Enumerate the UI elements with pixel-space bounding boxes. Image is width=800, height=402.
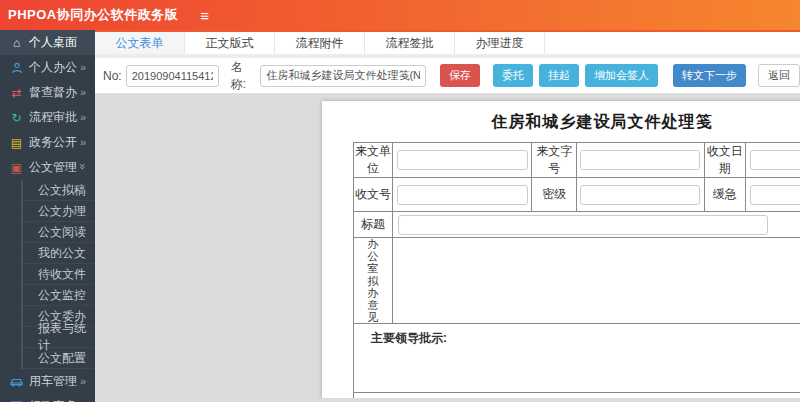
delegate-button[interactable]: 委托 [493,64,533,87]
sidebar-subitem-doc-handle[interactable]: 公文办理 [23,201,95,222]
receive-date-cell [746,143,800,178]
sidebar-item-workflow-approval[interactable]: ↻ 流程审批 » [0,105,95,130]
secrecy-input[interactable] [580,185,700,205]
hamburger-icon[interactable]: ≡ [200,8,209,23]
sidebar-item-supervision[interactable]: ⇄ 督查督办 » [0,80,95,105]
chevron-right-icon: » [80,61,86,73]
incoming-no-cell [577,143,704,178]
content-area: 住房和城乡建设局文件处理笺 来文单位 来文字号 收文日期 收文号 密级 [95,94,800,398]
chevron-right-icon: » [80,111,86,123]
secrecy-label: 密级 [532,178,577,212]
back-button[interactable]: 返回 [758,64,800,87]
table-row: 标题 [354,212,800,238]
sidebar-subitem-doc-draft[interactable]: 公文拟稿 [23,180,95,201]
office-opinion-cell[interactable] [393,238,800,324]
sidebar-subitem-doc-read[interactable]: 公文阅读 [23,222,95,243]
sidebar-item-label: 个人桌面 [29,34,77,51]
main-leader-note-label: 主要领导批示: [371,331,447,345]
sidebar-item-label: 个人办公 [29,59,77,76]
user-icon [10,61,23,75]
sidebar-item-gov-disclosure[interactable]: ▤ 政务公开 » [0,130,95,155]
incoming-unit-cell [393,143,532,178]
receive-date-label: 收文日期 [704,143,745,178]
urgency-input[interactable] [750,185,800,205]
sidebar-subitem-pending-files[interactable]: 待收文件 [23,264,95,285]
app-window: PHPOA协同办公软件政务版 ≡ ⌂ 个人桌面 个人办公 » ⇄ 督查督办 » … [0,0,800,402]
receive-no-cell [393,178,532,212]
name-input[interactable] [260,65,426,87]
car-icon [10,375,23,389]
sidebar-item-label: 流程审批 [29,109,77,126]
name-label: 名称: [231,59,257,93]
incoming-unit-input[interactable] [397,150,528,170]
receive-no-input[interactable] [397,185,528,205]
home-icon: ⌂ [10,36,23,50]
sidebar: ⌂ 个人桌面 个人办公 » ⇄ 督查督办 » ↻ 流程审批 » ▤ 政务公开 »… [0,30,95,402]
table-row: 办公室拟办意见 [354,238,800,324]
receive-date-input[interactable] [750,150,800,170]
main-leader-note-cell[interactable]: 主要领导批示: [354,324,800,393]
calendar-icon: ▤ [10,136,23,150]
incoming-unit-label: 来文单位 [354,143,393,178]
chevron-right-icon: » [80,86,86,98]
suspend-button[interactable]: 挂起 [539,64,579,87]
tab-flow-attachments[interactable]: 流程附件 [275,32,365,54]
office-opinion-label: 办公室拟办意见 [354,238,393,324]
folder-icon: ▣ [10,161,23,175]
forward-next-button[interactable]: 转文下一步 [673,64,746,87]
sidebar-item-vehicle-manage[interactable]: 用车管理 » [0,369,95,394]
doc-title-cell [393,212,800,238]
tab-progress[interactable]: 办理进度 [455,32,545,54]
incoming-no-input[interactable] [580,150,700,170]
table-row: 主要领导批示: [354,324,800,393]
receive-no-label: 收文号 [354,178,393,212]
branch-leader-note-cell[interactable]: 分管领导批示: [354,393,800,398]
secrecy-cell [577,178,704,212]
urgency-cell [746,178,800,212]
sidebar-item-label: 政务公开 [29,134,77,151]
tab-bar: 公文表单 正文版式 流程附件 流程签批 办理进度 [95,30,800,58]
sidebar-subitem-doc-monitor[interactable]: 公文监控 [23,285,95,306]
table-row: 收文号 密级 缓急 [354,178,800,212]
no-input[interactable] [126,65,219,87]
sidebar-item-label: 公文管理 [29,159,77,176]
sidebar-item-label: 用车管理 [29,373,77,390]
sidebar-item-label: 行政事务 [29,398,77,402]
chevron-down-icon: » [77,163,89,169]
document-manage-submenu: 公文拟稿 公文办理 公文阅读 我的公文 待收文件 公文监控 公文委办 报表与统计… [21,180,95,369]
table-row: 来文单位 来文字号 收文日期 [354,143,800,178]
urgency-label: 缓急 [704,178,745,212]
sidebar-item-label: 督查督办 [29,84,77,101]
doc-title-input[interactable] [398,215,768,235]
tab-flow-signoff[interactable]: 流程签批 [365,32,455,54]
sidebar-item-admin-affairs[interactable]: 行政事务 » [0,394,95,402]
sidebar-subitem-doc-config[interactable]: 公文配置 [23,348,95,369]
sidebar-item-personal-office[interactable]: 个人办公 » [0,55,95,80]
table-row: 分管领导批示: [354,393,800,398]
add-countersigner-button[interactable]: 增加会签人 [585,64,658,87]
no-label: No: [103,69,122,83]
shuffle-icon: ⇄ [10,86,23,100]
tab-body-layout[interactable]: 正文版式 [185,32,275,54]
refresh-icon: ↻ [10,111,23,125]
chevron-right-icon: » [80,375,86,387]
doc-title-label: 标题 [354,212,393,238]
document-form-table: 来文单位 来文字号 收文日期 收文号 密级 缓急 [353,142,800,398]
document-title: 住房和城乡建设局文件处理笺 [322,112,800,133]
tab-document-form[interactable]: 公文表单 [95,32,185,54]
main-area: 公文表单 正文版式 流程附件 流程签批 办理进度 No: 名称: 保存 委托 挂… [95,30,800,402]
toolbar: No: 名称: 保存 委托 挂起 增加会签人 转文下一步 返回 [95,58,800,94]
app-title: PHPOA协同办公软件政务版 [0,6,178,24]
document-paper: 住房和城乡建设局文件处理笺 来文单位 来文字号 收文日期 收文号 密级 [322,101,800,398]
incoming-no-label: 来文字号 [532,143,577,178]
sidebar-subitem-my-docs[interactable]: 我的公文 [23,243,95,264]
chevron-right-icon: » [80,136,86,148]
save-button[interactable]: 保存 [440,64,480,87]
sidebar-item-personal-desktop[interactable]: ⌂ 个人桌面 [0,30,95,55]
sidebar-subitem-reports-stats[interactable]: 报表与统计 [23,327,95,348]
header-bar: PHPOA协同办公软件政务版 ≡ [0,0,800,30]
sidebar-item-document-manage[interactable]: ▣ 公文管理 » [0,155,95,180]
